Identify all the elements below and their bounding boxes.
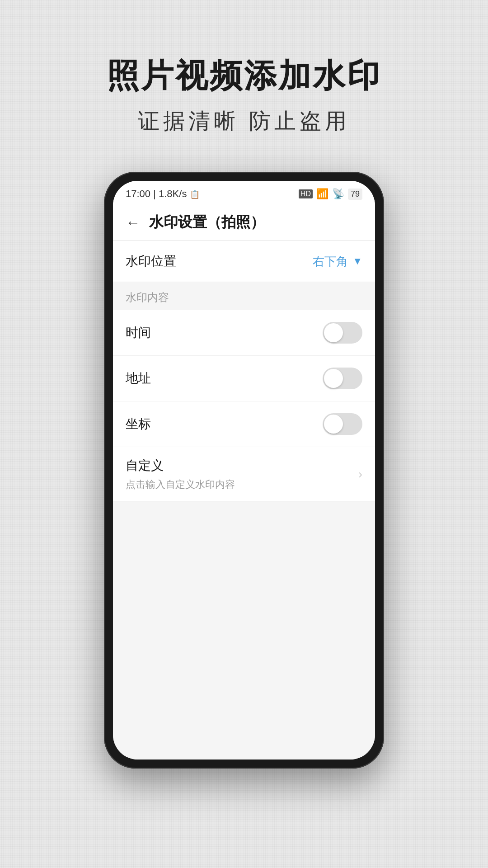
top-text-area: 照片视频添加水印 证据清晰 防止盗用 — [107, 54, 381, 136]
watermark-position-section: 水印位置 右下角 ▼ — [113, 241, 375, 282]
address-toggle-knob — [324, 369, 343, 388]
battery-badge: 79 — [348, 189, 362, 200]
main-title: 照片视频添加水印 — [107, 54, 381, 98]
app-bar: ← 水印设置（拍照） — [113, 204, 375, 241]
chevron-down-icon: ▼ — [352, 255, 362, 267]
custom-watermark-row[interactable]: 自定义 点击输入自定义水印内容 › — [113, 447, 375, 502]
coordinates-label: 坐标 — [126, 415, 151, 433]
custom-label: 自定义 — [126, 457, 235, 474]
watermark-position-label: 水印位置 — [126, 253, 176, 270]
watermark-position-row[interactable]: 水印位置 右下角 ▼ — [113, 241, 375, 282]
coordinates-toggle-knob — [324, 415, 343, 434]
status-bar: 17:00 | 1.8K/s 📋 HD 📶 📡 79 — [113, 181, 375, 204]
address-label: 地址 — [126, 370, 151, 387]
coordinates-setting-row: 坐标 — [113, 401, 375, 447]
address-toggle[interactable] — [323, 368, 362, 389]
custom-watermark-text: 自定义 点击输入自定义水印内容 — [126, 457, 235, 491]
content-area: 水印位置 右下角 ▼ 水印内容 时间 — [113, 241, 375, 760]
status-icons: HD 📶 📡 79 — [299, 188, 362, 200]
section-header-text: 水印内容 — [126, 291, 169, 303]
watermark-content-header: 水印内容 — [113, 282, 375, 310]
watermark-position-value: 右下角 — [313, 254, 348, 269]
address-setting-row: 地址 — [113, 356, 375, 401]
sub-title: 证据清晰 防止盗用 — [107, 107, 381, 136]
phone-mockup: 17:00 | 1.8K/s 📋 HD 📶 📡 79 ← 水印设置（拍照） 水 — [104, 172, 384, 769]
custom-sublabel: 点击输入自定义水印内容 — [126, 478, 235, 491]
wifi-icon: 📡 — [332, 188, 344, 200]
time-toggle[interactable] — [323, 322, 362, 344]
watermark-position-value-container: 右下角 ▼ — [313, 254, 362, 269]
app-bar-title: 水印设置（拍照） — [149, 212, 265, 232]
chevron-right-icon: › — [358, 467, 362, 481]
phone-screen: 17:00 | 1.8K/s 📋 HD 📶 📡 79 ← 水印设置（拍照） 水 — [113, 181, 375, 760]
time-toggle-knob — [324, 323, 343, 342]
hd-icon: HD — [299, 189, 313, 198]
time-label: 时间 — [126, 324, 151, 341]
status-time: 17:00 | 1.8K/s 📋 — [126, 188, 200, 200]
time-setting-row: 时间 — [113, 310, 375, 356]
back-button[interactable]: ← — [126, 214, 140, 231]
coordinates-toggle[interactable] — [323, 413, 362, 435]
toggle-settings-section: 时间 地址 坐标 — [113, 310, 375, 447]
signal-icon: 📶 — [316, 188, 328, 200]
